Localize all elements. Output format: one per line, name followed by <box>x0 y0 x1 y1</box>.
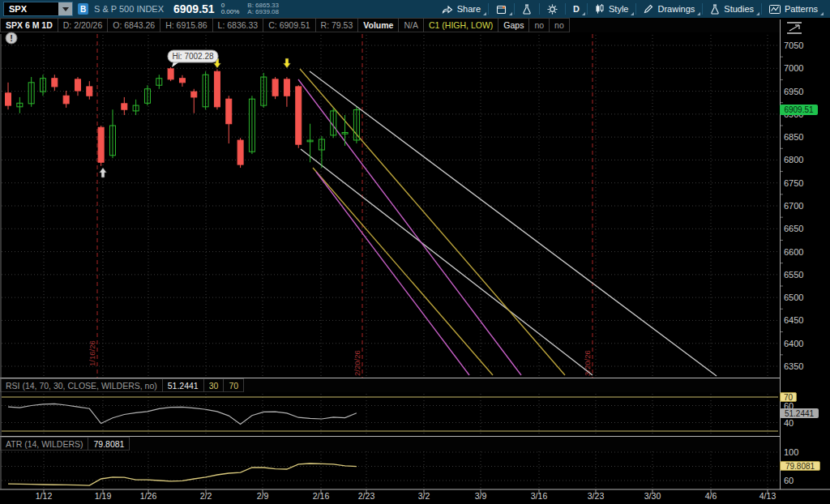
last-price-axis-badge: 6909.51 <box>780 105 818 115</box>
share-icon <box>442 4 453 14</box>
candle-body <box>272 79 278 96</box>
last-price: 6909.51 <box>173 2 215 15</box>
share-label: Share <box>457 4 481 14</box>
trend-line[interactable] <box>300 69 565 375</box>
price-axis-label: 6650 <box>784 224 803 233</box>
top-toolbar: SPX B S & P 500 INDEX 6909.51 0 0.00% B:… <box>0 0 830 18</box>
price-axis-label: 6550 <box>784 270 803 280</box>
studies-label: Studies <box>724 4 754 14</box>
atr-line <box>8 463 357 485</box>
symbol-combobox[interactable]: SPX <box>3 2 73 16</box>
patterns-button[interactable]: Patterns <box>762 0 825 18</box>
expiration-line-label: 2/20/26 <box>353 350 362 376</box>
price-axis-label: 7000 <box>784 63 803 73</box>
rsi-line <box>8 404 357 424</box>
symbol-input[interactable]: SPX <box>4 2 58 15</box>
date-label: 2/16 <box>313 491 330 501</box>
expiration-line-label: 1/16/26 <box>88 340 96 366</box>
style-button[interactable]: Style <box>588 0 635 18</box>
pencil-icon <box>644 4 653 14</box>
date-label: 3/16 <box>531 491 548 501</box>
flask-icon <box>522 4 532 15</box>
candle-body <box>6 93 11 105</box>
trend-line[interactable] <box>310 71 717 376</box>
price-axis-label: 6750 <box>784 178 803 188</box>
timeframe-label: D <box>573 4 580 14</box>
candle-body <box>284 79 289 96</box>
date-label: 1/26 <box>140 491 157 501</box>
timeframe-button[interactable]: D <box>566 0 587 18</box>
date-label: 3/23 <box>588 491 605 501</box>
share-button[interactable]: Share <box>434 0 488 18</box>
calendar-icon <box>496 4 507 15</box>
candle-body <box>98 127 104 162</box>
quick-study-button[interactable] <box>515 0 539 18</box>
candle-body <box>122 104 127 109</box>
hi-tooltip-text: Hi: 7002.28 <box>172 52 214 61</box>
drawings-label: Drawings <box>657 4 695 14</box>
atr-axis-label: 60 <box>784 476 794 485</box>
patterns-icon <box>769 5 781 14</box>
candle-body <box>179 79 185 83</box>
gear-icon <box>547 4 558 15</box>
price-axis-label: 7050 <box>784 41 803 50</box>
change-block: 0 0.00% <box>221 2 240 15</box>
patterns-label: Patterns <box>785 4 818 14</box>
candle-body <box>214 71 220 107</box>
candle-body <box>168 69 173 79</box>
date-label: 1/19 <box>95 491 112 501</box>
price-axis-label: 6450 <box>784 315 803 325</box>
price-axis-label: 6600 <box>784 247 803 257</box>
candle-body <box>87 87 92 96</box>
trend-line[interactable] <box>316 172 469 375</box>
rsi-axis-label: 40 <box>784 418 794 428</box>
expiration-line-label: 3/20/26 <box>583 350 592 376</box>
date-label: 3/2 <box>418 491 430 501</box>
price-axis-label: 6350 <box>784 361 803 371</box>
studies-button[interactable]: Studies <box>703 0 761 18</box>
candle-body <box>75 79 80 91</box>
price-axis-label: 6400 <box>784 339 803 348</box>
date-label: 3/9 <box>475 491 487 501</box>
trend-line[interactable] <box>298 79 521 375</box>
candle-body <box>63 96 69 104</box>
drawings-button[interactable]: Drawings <box>636 0 702 18</box>
rsi-value-badge: 51.2441 <box>780 408 819 418</box>
signal-arrow-down <box>284 58 291 68</box>
bid-ask-block: B: 6865.33 A: 6939.08 <box>247 2 279 15</box>
signal-arrow-up <box>100 168 107 177</box>
date-label: 2/2 <box>200 491 212 501</box>
candle-body <box>296 87 302 144</box>
chart-link-badge[interactable]: B <box>78 3 88 15</box>
style-label: Style <box>609 4 628 14</box>
price-axis-label: 6700 <box>784 201 803 211</box>
chart-style-icon <box>595 4 605 14</box>
date-label: 2/23 <box>358 491 375 501</box>
date-label: 2/9 <box>257 491 269 501</box>
trend-line[interactable] <box>313 168 493 375</box>
ask-value: A: 6939.08 <box>247 9 279 15</box>
price-axis-label: 6950 <box>784 87 803 96</box>
date-label: 1/12 <box>36 491 53 501</box>
info-icon-glyph: ! <box>10 33 13 43</box>
change-percent: 0.00% <box>221 9 240 15</box>
price-axis-label: 6800 <box>784 155 803 164</box>
settings-button[interactable] <box>540 0 565 18</box>
rsi-overbought-badge: 70 <box>780 392 797 402</box>
autoscale-icon[interactable] <box>789 25 799 31</box>
price-axis-label: 6850 <box>784 132 803 142</box>
events-button[interactable] <box>489 0 514 18</box>
date-label: 4/6 <box>705 491 717 501</box>
symbol-dropdown-arrow[interactable] <box>58 2 72 15</box>
flask-icon <box>710 4 720 15</box>
date-label: 3/30 <box>644 491 661 501</box>
chart-canvas[interactable]: 6350640064506500655066006650670067506800… <box>0 18 830 504</box>
candle-body <box>191 92 197 97</box>
candle-body <box>226 99 232 124</box>
atr-axis-label: 100 <box>784 447 798 457</box>
atr-value-badge: 79.8081 <box>780 461 820 471</box>
symbol-description: S & P 500 INDEX <box>94 4 164 14</box>
date-label: 4/13 <box>759 491 777 501</box>
price-axis-label: 6500 <box>784 293 803 302</box>
candle-body <box>237 140 243 164</box>
